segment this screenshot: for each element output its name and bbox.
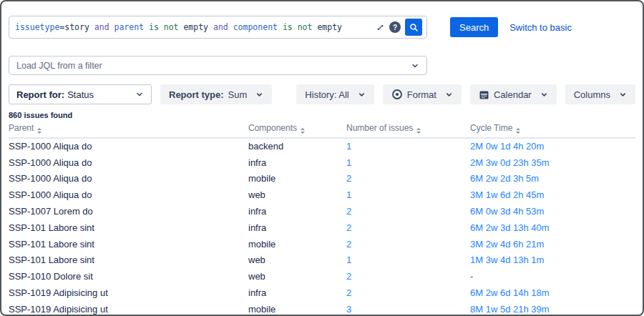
cell-parent: SSP-1010 Dolore sit bbox=[9, 268, 248, 285]
cell-number-of-issues: 1 bbox=[346, 187, 470, 203]
cell-component: infra bbox=[248, 285, 346, 301]
history-button[interactable]: History: All bbox=[296, 84, 374, 104]
chevron-down-icon bbox=[445, 91, 453, 99]
help-icon[interactable]: ? bbox=[389, 21, 401, 33]
issues-count-link[interactable]: 2 bbox=[346, 173, 351, 184]
jql-token-keyword: and bbox=[208, 22, 233, 32]
cell-parent: SSP-101 Labore sint bbox=[9, 236, 248, 252]
cycle-time-link[interactable]: 3M 2w 4d 6h 21m bbox=[470, 239, 544, 250]
cell-cycle-time: 6M 2w 3d 13h 40m bbox=[470, 219, 635, 236]
cell-cycle-time: 6M 0w 3d 4h 53m bbox=[470, 203, 635, 219]
cycle-time-link[interactable]: 3M 1w 6d 2h 45m bbox=[470, 189, 544, 200]
cell-cycle-time: 6M 2w 6d 14h 18m bbox=[470, 285, 635, 301]
cell-parent: SSP-1000 Aliqua do bbox=[9, 171, 248, 187]
cell-parent: SSP-1007 Lorem do bbox=[9, 203, 248, 219]
table-row: SSP-101 Labore sintweb11M 3w 4d 13h 1m bbox=[9, 252, 635, 269]
columns-button[interactable]: Columns bbox=[565, 84, 635, 104]
cell-parent: SSP-1019 Adipisicing ut bbox=[9, 285, 248, 301]
jql-input-icons: ? bbox=[376, 19, 422, 36]
cell-number-of-issues: 2 bbox=[346, 268, 470, 285]
cell-component: web bbox=[248, 252, 346, 269]
jql-token-operator: is not bbox=[144, 22, 178, 32]
cycle-time-empty: - bbox=[470, 271, 473, 282]
cell-component: backend bbox=[248, 138, 346, 154]
expand-editor-icon[interactable] bbox=[376, 23, 385, 32]
report-type-button[interactable]: Report type: Sum bbox=[160, 84, 272, 104]
search-icon-button[interactable] bbox=[405, 19, 422, 36]
issues-count-link[interactable]: 1 bbox=[346, 157, 351, 168]
report-type-value: Sum bbox=[228, 89, 248, 100]
columns-label: Columns bbox=[574, 89, 610, 100]
jql-token-operator: is not bbox=[278, 22, 312, 32]
cell-component: infra bbox=[248, 219, 346, 236]
search-button[interactable]: Search bbox=[450, 17, 498, 37]
cell-component: mobile bbox=[248, 236, 346, 252]
jql-token-field: issuetype bbox=[15, 22, 59, 32]
cell-cycle-time: 6M 2w 2d 3h 5m bbox=[470, 171, 635, 187]
toolbar-left: Report for: Status Report type: Sum bbox=[9, 84, 272, 104]
calendar-label: Calendar bbox=[494, 89, 532, 100]
format-button[interactable]: Format bbox=[383, 84, 462, 104]
switch-to-basic-link[interactable]: Switch to basic bbox=[509, 22, 572, 33]
column-header-number-of-issues[interactable]: Number of issues bbox=[346, 121, 470, 138]
cell-component: infra bbox=[248, 203, 346, 219]
cell-cycle-time: 1M 3w 4d 13h 1m bbox=[470, 252, 635, 269]
search-icon bbox=[409, 23, 419, 32]
report-for-dropdown[interactable]: Report for: Status bbox=[9, 84, 152, 104]
issues-count-link[interactable]: 2 bbox=[346, 271, 351, 282]
cycle-time-link[interactable]: 2M 3w 0d 23h 35m bbox=[470, 157, 550, 168]
jql-token-text: empty bbox=[312, 22, 342, 32]
calendar-button[interactable]: Calendar bbox=[470, 84, 557, 104]
jql-token-field: component bbox=[233, 22, 278, 32]
cycle-time-link[interactable]: 1M 3w 4d 13h 1m bbox=[470, 255, 544, 265]
app-window: issuetype=story and parent is not empty … bbox=[0, 0, 644, 316]
issues-count-link[interactable]: 2 bbox=[346, 206, 351, 217]
table-row: SSP-101 Labore sintmobile23M 2w 4d 6h 21… bbox=[9, 236, 635, 252]
chevron-down-icon bbox=[540, 91, 548, 99]
cycle-time-link[interactable]: 6M 0w 3d 4h 53m bbox=[470, 206, 544, 217]
cell-parent: SSP-101 Labore sint bbox=[9, 252, 248, 269]
cell-number-of-issues: 3 bbox=[346, 301, 470, 316]
table-row: SSP-1000 Aliqua dobackend12M 0w 1d 4h 20… bbox=[9, 138, 635, 154]
chevron-down-icon bbox=[358, 91, 366, 99]
jql-query-text[interactable]: issuetype=story and parent is not empty … bbox=[15, 22, 376, 32]
chevron-down-icon bbox=[135, 90, 144, 99]
cycle-time-link[interactable]: 6M 2w 3d 13h 40m bbox=[470, 222, 550, 233]
report-for-label: Report for: bbox=[16, 89, 64, 100]
issues-count-link[interactable]: 1 bbox=[346, 141, 351, 152]
load-jql-filter-placeholder: Load JQL from a filter bbox=[16, 61, 102, 71]
table-row: SSP-1019 Adipisicing utmobile38M 1w 5d 2… bbox=[9, 301, 635, 316]
format-label: Format bbox=[407, 89, 436, 100]
issues-count-link[interactable]: 2 bbox=[346, 239, 351, 250]
eye-format-icon bbox=[391, 89, 403, 100]
cell-component: mobile bbox=[248, 301, 346, 316]
cycle-time-link[interactable]: 8M 1w 5d 21h 39m bbox=[470, 304, 550, 315]
report-for-value: Status bbox=[67, 89, 94, 100]
cycle-time-link[interactable]: 6M 2w 6d 14h 18m bbox=[470, 287, 550, 298]
cell-number-of-issues: 2 bbox=[346, 236, 470, 252]
cell-number-of-issues: 1 bbox=[346, 252, 470, 269]
chevron-down-icon bbox=[619, 91, 627, 99]
column-header-parent[interactable]: Parent bbox=[9, 121, 248, 138]
jql-query-input[interactable]: issuetype=story and parent is not empty … bbox=[9, 16, 427, 39]
cycle-time-link[interactable]: 2M 0w 1d 4h 20m bbox=[470, 141, 544, 152]
issues-count-link[interactable]: 2 bbox=[346, 287, 351, 298]
issues-count-link[interactable]: 2 bbox=[346, 222, 351, 233]
issues-count-link[interactable]: 1 bbox=[346, 255, 351, 265]
cell-parent: SSP-101 Labore sint bbox=[9, 219, 248, 236]
table-row: SSP-1000 Aliqua doweb13M 1w 6d 2h 45m bbox=[9, 187, 635, 203]
table-row: SSP-1010 Dolore sitweb2- bbox=[9, 268, 635, 285]
cell-number-of-issues: 1 bbox=[346, 154, 470, 171]
column-header-components[interactable]: Components bbox=[248, 121, 346, 138]
issues-count-link[interactable]: 1 bbox=[346, 189, 351, 200]
sort-icon bbox=[301, 128, 305, 134]
column-header-cycle-time[interactable]: Cycle Time bbox=[470, 121, 635, 138]
issues-count-link[interactable]: 3 bbox=[346, 304, 351, 315]
toolbar: Report for: Status Report type: Sum bbox=[9, 84, 635, 104]
cell-cycle-time: - bbox=[470, 268, 635, 285]
cycle-time-link[interactable]: 6M 2w 2d 3h 5m bbox=[470, 173, 539, 184]
cell-number-of-issues: 2 bbox=[346, 171, 470, 187]
sort-icon bbox=[37, 128, 42, 134]
cell-cycle-time: 3M 1w 6d 2h 45m bbox=[470, 187, 635, 203]
load-jql-filter-dropdown[interactable]: Load JQL from a filter bbox=[9, 56, 427, 75]
